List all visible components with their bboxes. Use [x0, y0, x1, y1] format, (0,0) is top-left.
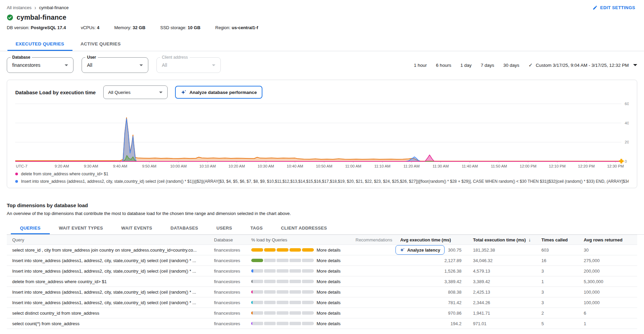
top-dimensions-title: Top dimensions by database load: [7, 202, 637, 208]
more-details-link[interactable]: More details: [317, 311, 356, 316]
more-details-link[interactable]: More details: [317, 269, 356, 274]
legend-item: delete from store_address where country_…: [15, 170, 629, 178]
more-details-link[interactable]: More details: [317, 300, 356, 305]
instance-meta-item: DB version: PostgreSQL 17.4: [7, 25, 66, 30]
time-range-custom-label: Custom 3/17/25, 9:04 AM - 3/17/25, 12:32…: [536, 63, 629, 68]
breadcrumb-all-instances[interactable]: All instances: [7, 5, 31, 10]
time-option-7-days[interactable]: 7 days: [481, 63, 494, 68]
load-bar-segment: [289, 259, 301, 262]
load-bar-segment: [251, 311, 263, 315]
load-bar-segment: [277, 311, 288, 315]
more-details-link[interactable]: More details: [317, 258, 356, 263]
avg-rows-returned-cell: 6: [580, 311, 621, 316]
avg-execution-time-value: 970.86: [448, 311, 461, 316]
time-option-1-hour[interactable]: 1 hour: [414, 63, 427, 68]
x-axis-label: 9:50 AM: [142, 164, 156, 168]
load-bar-segment: [289, 269, 301, 273]
x-axis-label: 9:20 AM: [55, 164, 69, 168]
avg-execution-time-value: 3,389.42: [444, 279, 461, 284]
user-select-label: User: [85, 55, 98, 60]
query-insights-page: All instances › cymbal-finance EDIT SETT…: [0, 0, 644, 329]
dimension-tab-wait-event-types[interactable]: WAIT EVENT TYPES: [50, 222, 112, 234]
time-option-30-days[interactable]: 30 days: [503, 63, 519, 68]
dimension-tab-tags[interactable]: TAGS: [241, 222, 272, 234]
column-header-query[interactable]: Query: [7, 237, 210, 242]
time-option-6-hours[interactable]: 6 hours: [436, 63, 451, 68]
dimension-tab-wait-events[interactable]: WAIT EVENTS: [112, 222, 161, 234]
user-select[interactable]: User All: [82, 57, 148, 73]
gemini-spark-icon: [400, 248, 405, 253]
avg-execution-time-value: 1,526.38: [444, 269, 461, 274]
series-line-insert-into-store_address-query: [15, 119, 621, 161]
y-axis-label: 600ms: [625, 102, 629, 106]
client-address-select-value: All: [162, 62, 167, 68]
load-bar-segment: [277, 301, 288, 304]
database-cell: financestores: [210, 290, 247, 295]
load-bar-segment: [289, 301, 301, 304]
column-header-recommendations[interactable]: Recommendations: [356, 237, 397, 242]
more-details-link[interactable]: More details: [317, 321, 356, 326]
database-cell: financestores: [210, 300, 247, 305]
main-tabbar: EXECUTED QUERIESACTIVE QUERIES: [0, 37, 644, 51]
dimension-tab-client-addresses[interactable]: CLIENT ADDRESSES: [272, 222, 336, 234]
avg-rows-returned-cell: 100,000: [580, 290, 621, 295]
query-row: Insert into store_address (address1, add…: [7, 297, 637, 308]
legend-label: delete from store_address where country_…: [21, 172, 108, 176]
more-details-link[interactable]: More details: [317, 290, 356, 295]
column-header-load-by-queries[interactable]: % load by Queries: [247, 237, 317, 242]
filter-row: Database financestores User All Client a…: [7, 57, 637, 73]
load-bar-segment: [302, 269, 314, 273]
dimension-tab-databases[interactable]: DATABASES: [162, 222, 208, 234]
more-details-link[interactable]: More details: [317, 279, 356, 284]
time-range-custom[interactable]: ✓ Custom 3/17/25, 9:04 AM - 3/17/25, 12:…: [529, 62, 637, 68]
y-axis-label: 0: [625, 159, 627, 163]
chart-title: Database Load by execution time: [15, 90, 96, 95]
load-chart[interactable]: 600ms400ms200ms09:20 AM9:30 AM9:40 AM9:5…: [15, 100, 629, 170]
chevron-down-icon[interactable]: [633, 64, 637, 66]
query-cell: Insert into store_address (address1, add…: [7, 258, 210, 263]
analyze-latency-button[interactable]: Analyze latency: [395, 245, 445, 255]
database-select[interactable]: Database financestores: [7, 57, 73, 73]
load-bar-segment: [264, 322, 276, 325]
dimension-tab-users[interactable]: USERS: [207, 222, 241, 234]
analyze-database-performance-button[interactable]: Analyze database performance: [175, 86, 263, 99]
column-header-times-called[interactable]: Times called: [538, 237, 580, 242]
load-bar-fill: [277, 248, 288, 252]
load-bar-segment: [251, 290, 263, 294]
total-execution-time-cell: 1,941.71: [470, 311, 538, 316]
load-bar-segment: [289, 311, 301, 315]
load-bar-segment: [251, 248, 263, 252]
column-header-total-execution-time-ms[interactable]: Total execution time (ms)↓: [470, 237, 538, 242]
avg-execution-time-value: 781.42: [448, 300, 461, 305]
more-details-link[interactable]: More details: [317, 248, 356, 253]
tab-executed-queries[interactable]: EXECUTED QUERIES: [7, 37, 72, 51]
chevron-down-icon: [212, 64, 215, 66]
load-by-queries-bar: [251, 301, 314, 304]
tab-active-queries[interactable]: ACTIVE QUERIES: [72, 37, 129, 51]
load-bar-segment: [277, 259, 288, 262]
series-line-aggregate-load: [15, 118, 621, 161]
avg-execution-time-cell: 2,127.89: [397, 258, 470, 263]
edit-settings-button[interactable]: EDIT SETTINGS: [591, 5, 637, 11]
query-cell: Insert into store_address (address1, add…: [7, 290, 210, 295]
chart-legend: delete from store_address where country_…: [15, 170, 629, 185]
load-bar-segment: [264, 259, 276, 262]
column-header-avg-rows-returned[interactable]: Avg rows returned: [580, 237, 621, 242]
sort-descending-icon[interactable]: ↓: [529, 237, 531, 242]
query-filter-select[interactable]: All Queries: [103, 85, 168, 99]
load-bar-fill: [251, 248, 263, 252]
x-axis-label: 12:10 PM: [549, 164, 565, 168]
time-option-1-day[interactable]: 1 day: [460, 63, 472, 68]
dimension-tab-queries[interactable]: QUERIES: [11, 222, 50, 234]
query-row: select distinct country_id from store_ad…: [7, 308, 637, 318]
total-execution-time-cell: 3,389.42: [470, 279, 538, 284]
load-bar-fill: [251, 280, 253, 283]
load-bar-segment: [264, 290, 276, 294]
avg-execution-time-value: 808.38: [448, 290, 461, 295]
client-address-select-label: Client address: [160, 55, 190, 60]
column-header-database[interactable]: Database: [210, 237, 247, 242]
column-header-avg-execution-time-ms[interactable]: Avg execution time (ms): [397, 237, 470, 242]
load-bar-segment: [251, 301, 263, 304]
meta-label: DB version:: [7, 25, 31, 30]
load-by-queries-bar: [251, 280, 314, 283]
